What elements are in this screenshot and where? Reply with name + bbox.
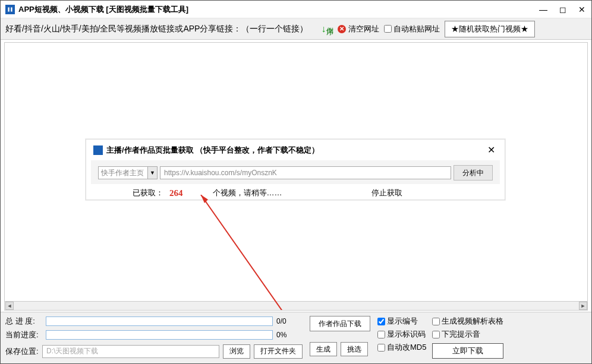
url-input[interactable] <box>160 166 451 179</box>
stop-fetch-label: 停止获取 <box>371 188 402 198</box>
save-path-input[interactable] <box>42 345 219 358</box>
platform-select[interactable]: ▼ <box>98 166 158 179</box>
download-button[interactable]: 立即下载 <box>432 343 503 359</box>
dialog-close-button[interactable]: ✕ <box>485 144 497 156</box>
generate-button[interactable]: 生成 <box>310 342 337 356</box>
toolbar-hint: 好看/抖音/火山/快手/美拍/全民等视频播放链接或APP分享链接：（一行一个链接… <box>5 24 308 34</box>
browse-button[interactable]: 浏览 <box>223 344 250 359</box>
platform-select-input[interactable] <box>99 167 147 178</box>
clear-icon: ✕ <box>338 25 346 33</box>
scroll-right-button[interactable]: ► <box>579 302 587 310</box>
current-progress-value: 0% <box>276 331 303 339</box>
pick-button[interactable]: 挑选 <box>341 342 368 356</box>
gen-table-checkbox[interactable]: 生成视频解析表格 <box>432 316 503 327</box>
toolbar: 好看/抖音/火山/快手/美拍/全民等视频播放链接或APP分享链接：（一行一个链接… <box>1 18 591 40</box>
svg-rect-2 <box>11 7 12 11</box>
clear-url-button[interactable]: ✕ 清空网址 <box>338 24 379 34</box>
current-progress-label: 当前进度: <box>5 330 42 340</box>
window-title: APP短视频、小视频下载 [天图视频批量下载工具] <box>18 4 188 15</box>
titlebar: APP短视频、小视频下载 [天图视频批量下载工具] — ◻ ✕ <box>1 1 591 18</box>
svg-rect-1 <box>8 7 9 11</box>
done-sound-checkbox[interactable]: 下完提示音 <box>432 329 503 340</box>
author-download-button[interactable]: 作者作品下载 <box>310 316 370 331</box>
app-icon <box>5 5 15 14</box>
total-progress-bar <box>46 316 273 326</box>
bottom-panel: 总 进 度: 0/0 当前进度: 0% 保存位置: 浏览 打开文件夹 作者作品下… <box>1 312 591 363</box>
close-button[interactable]: ✕ <box>576 5 588 14</box>
dialog-icon <box>93 145 103 155</box>
maximize-button[interactable]: ◻ <box>557 5 569 14</box>
chevron-down-icon[interactable]: ▼ <box>147 167 157 179</box>
auto-md5-checkbox[interactable]: 自动改MD5 <box>377 342 426 353</box>
annotation-arrow <box>177 195 296 311</box>
random-hot-button[interactable]: ★随机获取热门视频★ <box>445 21 535 37</box>
dialog-title: 主播/作者作品页批量获取 （快手平台整改，作者下载不稳定） <box>106 145 319 156</box>
analyze-button[interactable]: 分析中 <box>454 165 493 181</box>
open-folder-button[interactable]: 打开文件夹 <box>254 344 303 359</box>
main-area: ◄ ► 主播/作者作品页批量获取 （快手平台整改，作者下载不稳定） ✕ ▼ 分析… <box>4 42 588 311</box>
current-progress-bar <box>46 330 273 340</box>
svg-rect-0 <box>7 6 14 13</box>
reverse-button[interactable]: ↓ 倒序 <box>321 22 333 36</box>
fetched-count: 264 <box>169 188 183 198</box>
dialog-status: 已获取： 264 个视频，请稍等…… 停止获取 <box>91 184 500 200</box>
svg-line-3 <box>201 195 284 311</box>
total-progress-value: 0/0 <box>276 317 303 325</box>
down-arrow-icon: ↓ <box>321 24 326 34</box>
batch-dialog: 主播/作者作品页批量获取 （快手平台整改，作者下载不稳定） ✕ ▼ 分析中 已获… <box>86 139 505 200</box>
autopaste-checkbox[interactable]: 自动粘贴网址 <box>384 24 440 34</box>
show-id-checkbox[interactable]: 显示标识码 <box>377 329 426 340</box>
total-progress-label: 总 进 度: <box>5 316 42 327</box>
autopaste-input[interactable] <box>384 25 392 33</box>
minimize-button[interactable]: — <box>537 5 550 14</box>
show-number-checkbox[interactable]: 显示编号 <box>377 316 426 327</box>
scroll-left-button[interactable]: ◄ <box>5 302 14 310</box>
save-path-label: 保存位置: <box>5 346 39 357</box>
